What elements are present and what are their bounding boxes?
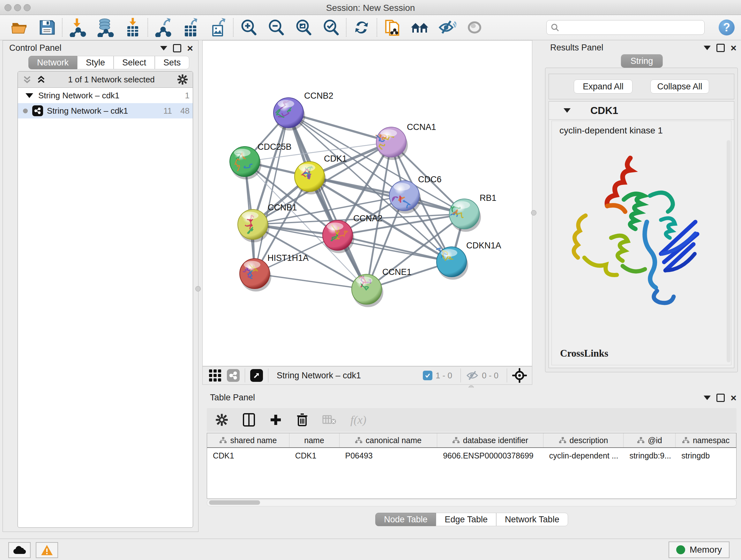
- home-button[interactable]: [406, 16, 433, 39]
- expand-all-icon[interactable]: [37, 75, 46, 84]
- node-CCNE1[interactable]: CCNE1: [352, 267, 412, 307]
- cloud-button[interactable]: [8, 542, 30, 558]
- search-input[interactable]: [559, 22, 704, 33]
- column-header--id[interactable]: @id: [623, 433, 676, 447]
- edge-HIST1H1A-CCNE1[interactable]: [255, 273, 367, 289]
- node-table[interactable]: shared namenamecanonical namedatabase id…: [207, 433, 737, 499]
- gene-name: CDK1: [590, 105, 618, 117]
- open-session-button[interactable]: [6, 16, 33, 39]
- panel-menu-icon[interactable]: [704, 395, 711, 400]
- show-all-button[interactable]: [461, 16, 488, 39]
- refresh-view-button[interactable]: [348, 16, 375, 39]
- gene-section-header[interactable]: CDK1: [549, 102, 734, 120]
- import-network-file-button[interactable]: [64, 16, 91, 39]
- tab-edge-table[interactable]: Edge Table: [436, 513, 496, 526]
- disclosure-triangle-icon[interactable]: [25, 93, 33, 98]
- collapse-all-icon[interactable]: [22, 75, 32, 84]
- tab-network-table[interactable]: Network Table: [496, 513, 568, 526]
- import-table-button[interactable]: [119, 16, 146, 39]
- node-CDK1[interactable]: CDK1: [294, 154, 347, 194]
- export-table-button[interactable]: [177, 16, 204, 39]
- panel-float-icon[interactable]: [717, 394, 725, 402]
- search-icon: [550, 23, 559, 32]
- toolbar-search[interactable]: [546, 20, 704, 35]
- table-horizontal-scrollbar[interactable]: [207, 499, 737, 506]
- delete-column-trash-icon[interactable]: [296, 413, 308, 427]
- gear-icon[interactable]: [177, 74, 188, 85]
- birds-eye-toggle-icon[interactable]: [512, 368, 527, 383]
- section-disclosure-icon[interactable]: [563, 108, 570, 113]
- save-session-button[interactable]: [33, 16, 61, 39]
- import-network-icon: [69, 18, 86, 37]
- node-CDC6[interactable]: CDC6: [389, 175, 442, 213]
- tab-network[interactable]: Network: [28, 56, 77, 69]
- table-cell[interactable]: cyclin-dependent ...: [543, 448, 624, 463]
- edge-CCNB2-CCNE1[interactable]: [288, 113, 367, 289]
- column-header-name[interactable]: name: [289, 433, 340, 447]
- panel-float-icon[interactable]: [173, 44, 181, 52]
- selected-checkbox-icon[interactable]: [423, 371, 432, 380]
- node-CDKN1A[interactable]: CDKN1A: [436, 241, 501, 280]
- left-splitter-handle[interactable]: [195, 286, 201, 292]
- network-collection-row[interactable]: String Network – cdk1 1: [18, 88, 193, 103]
- panel-float-icon[interactable]: [717, 44, 725, 52]
- expand-all-button[interactable]: Expand All: [574, 79, 632, 94]
- panel-close-icon[interactable]: ×: [187, 45, 193, 51]
- warning-icon: [41, 544, 53, 556]
- table-row[interactable]: CDK1CDK1P064939606.ENSP00000378699cyclin…: [207, 448, 736, 463]
- show-columns-icon[interactable]: [243, 413, 255, 427]
- table-cell[interactable]: 9606.ENSP00000378699: [437, 448, 543, 463]
- string-network-graph[interactable]: CCNB2CCNA1CDC25BCDK1CDC6RB1CCNB1CCNA2CDK…: [203, 41, 532, 366]
- tab-select[interactable]: Select: [114, 56, 155, 69]
- clone-network-button[interactable]: [379, 16, 406, 39]
- network-row[interactable]: String Network – cdk1 11 48: [18, 103, 193, 118]
- collapse-all-button[interactable]: Collapse All: [650, 79, 709, 94]
- node-HIST1H1A[interactable]: HIST1H1A: [240, 253, 309, 292]
- zoom-selected-button[interactable]: [317, 16, 345, 39]
- warnings-button[interactable]: [36, 542, 58, 558]
- column-header-shared-name[interactable]: shared name: [207, 433, 289, 447]
- table-cell[interactable]: stringdb:9...: [623, 448, 676, 463]
- zoom-in-button[interactable]: [235, 16, 262, 39]
- node-CCNA1[interactable]: CCNA1: [376, 122, 436, 160]
- column-header-canonical-name[interactable]: canonical name: [340, 433, 437, 447]
- export-image-button[interactable]: [204, 16, 232, 39]
- column-header-database-identifier[interactable]: database identifier: [437, 433, 543, 447]
- table-cell[interactable]: CDK1: [289, 448, 340, 463]
- import-network-database-button[interactable]: [91, 16, 119, 39]
- panel-close-icon[interactable]: ×: [731, 45, 737, 51]
- memory-button[interactable]: Memory: [669, 542, 730, 558]
- column-header-description[interactable]: description: [543, 433, 624, 447]
- add-column-icon[interactable]: [269, 414, 282, 426]
- node-RB1[interactable]: RB1: [449, 193, 496, 232]
- zoom-fit-icon: [294, 18, 313, 37]
- panel-close-icon[interactable]: ×: [731, 395, 737, 401]
- zoom-out-button[interactable]: [262, 16, 290, 39]
- eye-slash-icon: [438, 19, 456, 36]
- column-header-namespac[interactable]: namespac: [676, 433, 736, 447]
- houses-icon: [410, 19, 429, 36]
- panel-menu-icon[interactable]: [160, 46, 167, 51]
- panel-menu-icon[interactable]: [704, 46, 711, 50]
- node-CCNB2[interactable]: CCNB2: [273, 91, 333, 131]
- open-in-window-icon[interactable]: [250, 369, 263, 382]
- tab-node-table[interactable]: Node Table: [375, 513, 436, 526]
- results-scrollbar[interactable]: [727, 140, 731, 362]
- network-canvas[interactable]: CCNB2CCNA1CDC25BCDK1CDC6RB1CCNB1CCNA2CDK…: [202, 40, 532, 366]
- tab-sets[interactable]: Sets: [155, 56, 189, 69]
- vertical-splitter-handle[interactable]: [531, 210, 536, 215]
- crosslink-link[interactable]: P06493: [627, 364, 656, 365]
- strip-separator: [507, 368, 507, 382]
- tab-string[interactable]: String: [621, 54, 663, 68]
- network-share-icon[interactable]: [227, 369, 240, 382]
- table-settings-gear-icon[interactable]: [215, 413, 228, 427]
- table-cell[interactable]: P06493: [340, 448, 437, 463]
- tab-style[interactable]: Style: [77, 56, 114, 69]
- grid-view-icon[interactable]: [208, 369, 222, 382]
- zoom-fit-button[interactable]: [290, 16, 317, 39]
- hide-selected-button[interactable]: [433, 16, 461, 39]
- help-button[interactable]: ?: [719, 19, 735, 36]
- table-cell[interactable]: CDK1: [207, 448, 289, 463]
- export-network-button[interactable]: [149, 16, 177, 39]
- table-cell[interactable]: stringdb: [676, 448, 736, 463]
